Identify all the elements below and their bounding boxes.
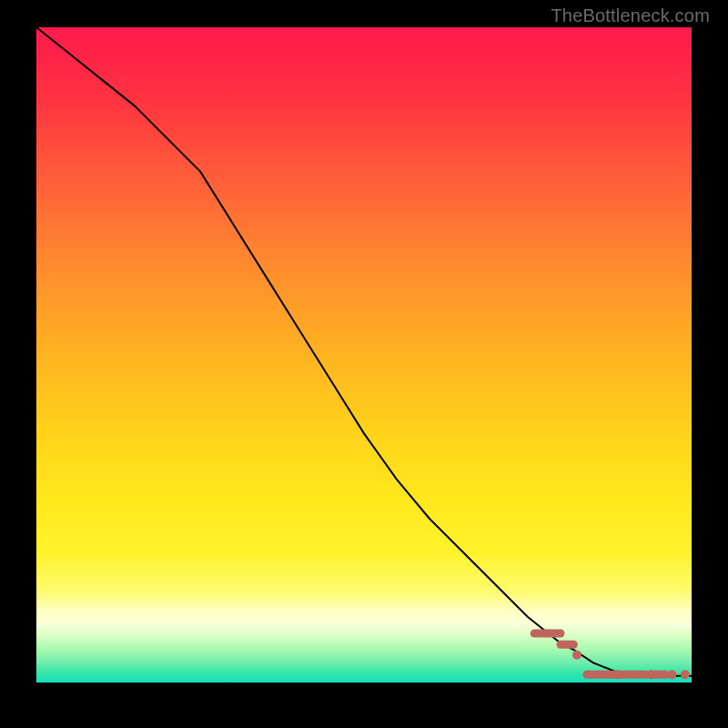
marker-point [646,670,655,679]
data-curve [36,27,692,676]
watermark-text: TheBottleneck.com [551,5,710,26]
chart-frame: TheBottleneck.com [0,0,728,728]
plot-area [36,27,692,682]
marker-point [572,651,581,660]
marker-point [667,670,676,679]
marker-point [613,670,622,679]
chart-overlay [36,27,692,682]
marker-point [681,670,690,679]
